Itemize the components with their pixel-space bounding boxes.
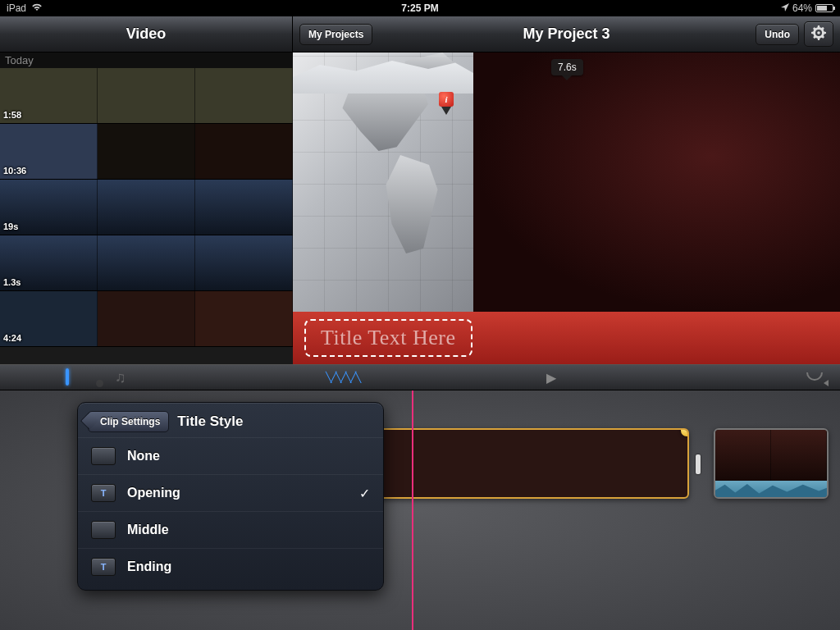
library-clip[interactable]: 1:58 (0, 68, 293, 124)
timeline-clip[interactable] (361, 428, 689, 499)
battery-icon (815, 4, 833, 12)
clip-duration: 1.3s (3, 277, 21, 287)
video-tab-icon[interactable] (66, 370, 69, 385)
popover-title: Title Style (177, 413, 243, 430)
style-thumb-icon: T (91, 484, 116, 502)
library-clip[interactable]: 10:36 (0, 124, 293, 180)
style-thumb-icon (91, 521, 116, 539)
location-globe: i (293, 52, 473, 312)
transition-marker[interactable] (696, 454, 701, 474)
clip-duration: 19s (3, 221, 18, 231)
play-button[interactable]: ▶ (546, 370, 556, 386)
title-text-field[interactable]: Title Text Here (304, 319, 472, 357)
audio-waveform (715, 481, 827, 499)
clock: 7:25 PM (401, 2, 438, 14)
my-projects-button[interactable]: My Projects (299, 24, 372, 45)
settings-button[interactable] (804, 21, 833, 47)
location-icon (781, 2, 789, 14)
playhead-time-badge: 7.6s (551, 59, 583, 75)
status-bar: iPad 7:25 PM 64% (0, 0, 840, 16)
media-library: Today 1:58 10:36 19s 1.3s 4:24 (0, 52, 293, 364)
clip-duration: 10:36 (3, 166, 26, 176)
title-style-ending[interactable]: T Ending (78, 548, 383, 585)
clip-trim-handle[interactable] (681, 428, 689, 436)
device-label: iPad (7, 2, 26, 14)
timeline-clip[interactable] (714, 428, 829, 499)
title-placeholder: Title Text Here (321, 326, 456, 349)
title-style-middle[interactable]: Middle (78, 511, 383, 548)
clip-duration: 4:24 (3, 333, 21, 343)
gear-icon (811, 30, 826, 43)
library-title: Video (0, 16, 293, 52)
title-style-opening[interactable]: T Opening ✓ (78, 474, 383, 511)
video-preview[interactable]: 7.6s (473, 52, 840, 312)
audio-tab-icon[interactable]: ♫ (115, 369, 126, 386)
library-clip[interactable]: 19s (0, 180, 293, 235)
toolbar: ♫ ╲╱╲╱╲╱╲ ▶ (0, 364, 840, 390)
waveform-icon[interactable]: ╲╱╲╱╲╱╲ (326, 372, 360, 383)
project-title: My Project 3 (523, 25, 609, 43)
style-thumb-icon (91, 447, 116, 465)
clip-settings-back-button[interactable]: Clip Settings (88, 411, 169, 432)
style-thumb-icon: T (91, 558, 116, 576)
title-overlay-band: Title Text Here (293, 312, 840, 364)
checkmark-icon: ✓ (359, 486, 370, 501)
preview-panel: i 7.6s Title Text Here (293, 52, 840, 364)
clip-duration: 1:58 (3, 110, 21, 120)
library-clip[interactable]: 4:24 (0, 291, 293, 347)
wifi-icon (31, 2, 43, 14)
library-clip[interactable]: 1.3s (0, 235, 293, 291)
map-pin-icon: i (439, 92, 454, 115)
battery-pct: 64% (792, 2, 812, 14)
undo-button[interactable]: Undo (756, 24, 799, 45)
title-style-popover: Clip Settings Title Style None T Opening… (77, 402, 384, 591)
title-style-none[interactable]: None (78, 437, 383, 474)
library-section-label: Today (0, 52, 293, 68)
app-header: Video My Projects My Project 3 Undo (0, 16, 840, 52)
playhead[interactable] (412, 390, 413, 630)
